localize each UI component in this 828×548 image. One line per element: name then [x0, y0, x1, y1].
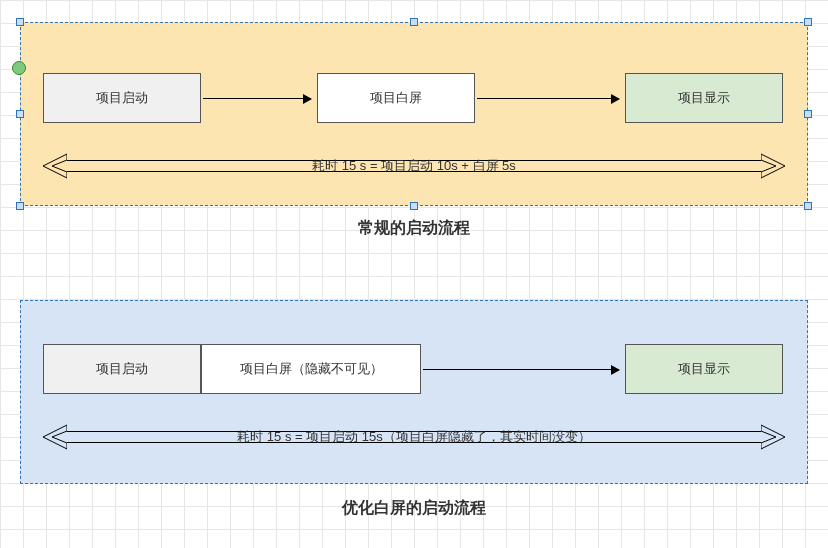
- selection-handle[interactable]: [804, 202, 812, 210]
- caption-normal: 常规的启动流程: [20, 218, 808, 239]
- box-white-screen-hidden: 项目白屏（隐藏不可见）: [201, 344, 421, 394]
- box-project-show: 项目显示: [625, 73, 783, 123]
- box-project-start: 项目启动: [43, 344, 201, 394]
- selection-handle[interactable]: [16, 18, 24, 26]
- timespan-label: 耗时 15 s = 项目启动 15s（项目白屏隐藏了，其实时间没变）: [67, 431, 761, 443]
- timespan-arrow: 耗时 15 s = 项目启动 10s + 白屏 5s: [43, 153, 785, 179]
- svg-marker-0: [43, 154, 67, 178]
- arrow-left-icon: [43, 153, 67, 179]
- svg-marker-3: [761, 425, 785, 449]
- box-white-screen: 项目白屏: [317, 73, 475, 123]
- arrow-icon: [423, 369, 619, 370]
- timespan-arrow: 耗时 15 s = 项目启动 15s（项目白屏隐藏了，其实时间没变）: [43, 424, 785, 450]
- arrow-icon: [203, 98, 311, 99]
- box-project-start: 项目启动: [43, 73, 201, 123]
- svg-marker-2: [43, 425, 67, 449]
- rotate-handle[interactable]: [12, 61, 26, 75]
- arrow-left-icon: [43, 424, 67, 450]
- arrow-right-icon: [761, 424, 785, 450]
- selection-handle[interactable]: [16, 202, 24, 210]
- caption-optimized: 优化白屏的启动流程: [20, 498, 808, 519]
- diagram-panel-normal: 项目启动 项目白屏 项目显示 耗时 15 s = 项目启动 10s + 白屏 5…: [20, 22, 808, 206]
- arrow-right-icon: [761, 153, 785, 179]
- selection-handle[interactable]: [410, 202, 418, 210]
- selection-handle[interactable]: [16, 110, 24, 118]
- box-project-show: 项目显示: [625, 344, 783, 394]
- selection-handle[interactable]: [804, 110, 812, 118]
- diagram-panel-optimized: 项目启动 项目白屏（隐藏不可见） 项目显示 耗时 15 s = 项目启动 15s…: [20, 300, 808, 484]
- svg-marker-1: [761, 154, 785, 178]
- timespan-label: 耗时 15 s = 项目启动 10s + 白屏 5s: [67, 160, 761, 172]
- arrow-icon: [477, 98, 619, 99]
- selection-handle[interactable]: [804, 18, 812, 26]
- selection-handle[interactable]: [410, 18, 418, 26]
